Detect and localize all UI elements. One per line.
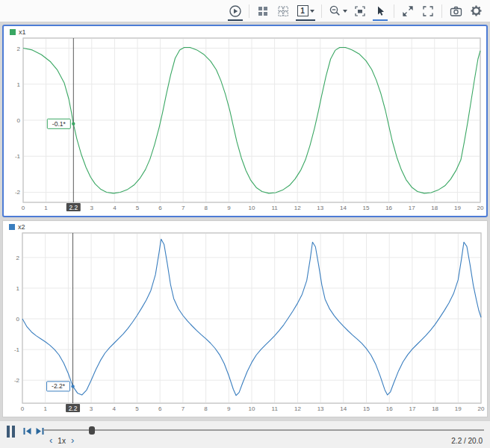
- layout-grid-button[interactable]: [253, 1, 273, 21]
- expand-button[interactable]: [398, 1, 418, 21]
- display-count-icon: 1: [297, 5, 308, 16]
- svg-text:20: 20: [478, 405, 485, 412]
- svg-text:12: 12: [294, 205, 301, 211]
- svg-text:-2: -2: [15, 189, 21, 196]
- svg-text:11: 11: [272, 405, 279, 412]
- snapshot-button[interactable]: [446, 1, 465, 21]
- zoom-out-icon: [329, 4, 341, 17]
- legend-label-x1: x1: [19, 28, 26, 36]
- svg-text:0: 0: [17, 117, 21, 124]
- toolbar-separator: [321, 4, 322, 18]
- speed-label: 1x: [58, 437, 66, 445]
- toolbar-separator: [394, 4, 394, 18]
- run-icon: [229, 4, 242, 18]
- svg-text:17: 17: [409, 205, 415, 211]
- svg-text:10: 10: [249, 205, 255, 211]
- pause-icon: [12, 426, 15, 438]
- timeline-track[interactable]: [43, 429, 484, 431]
- svg-text:1: 1: [43, 405, 47, 412]
- svg-text:-1: -1: [14, 346, 20, 353]
- svg-text:7: 7: [182, 405, 185, 412]
- fullscreen-button[interactable]: [418, 1, 438, 21]
- svg-text:18: 18: [431, 205, 438, 211]
- fullscreen-icon: [422, 5, 434, 17]
- timeline-thumb[interactable]: [89, 426, 95, 435]
- camera-icon: [450, 5, 462, 17]
- timeline-slider[interactable]: [43, 426, 484, 435]
- svg-text:-2: -2: [14, 377, 20, 384]
- legend-x2[interactable]: x2: [9, 223, 25, 231]
- svg-text:14: 14: [340, 205, 347, 211]
- svg-text:15: 15: [363, 205, 370, 211]
- svg-text:10: 10: [249, 405, 255, 412]
- speed-up-button[interactable]: ›: [71, 436, 74, 445]
- layout-grid-icon: [257, 5, 269, 17]
- svg-text:4: 4: [113, 205, 117, 211]
- svg-text:0: 0: [22, 205, 25, 211]
- step-back-button[interactable]: [22, 427, 32, 435]
- speed-controls: ‹ 1x ›: [49, 436, 74, 445]
- pause-icon: [7, 426, 10, 438]
- zoom-out-button[interactable]: [326, 1, 350, 21]
- fit-to-view-button[interactable]: [350, 1, 370, 21]
- legend-x1[interactable]: x1: [10, 28, 26, 36]
- svg-text:2: 2: [17, 46, 21, 52]
- svg-text:9: 9: [227, 405, 231, 412]
- fit-to-view-icon: [354, 5, 366, 17]
- svg-text:20: 20: [477, 205, 484, 211]
- playback-bar: ‹ 1x › 2.2 / 20.0: [0, 420, 490, 448]
- svg-text:1: 1: [17, 81, 21, 88]
- svg-text:19: 19: [454, 205, 461, 211]
- display-count-button[interactable]: 1: [294, 1, 317, 21]
- gear-icon: [470, 4, 483, 17]
- svg-text:17: 17: [409, 405, 415, 412]
- edit-layout-button[interactable]: [273, 1, 293, 21]
- dropdown-caret-icon: [343, 10, 347, 13]
- svg-text:-0.1*: -0.1*: [52, 120, 66, 128]
- plot-x1[interactable]: -2-101201234567891011121314151617181920-…: [4, 26, 486, 216]
- step-controls: [22, 427, 45, 435]
- toolbar-separator: [441, 4, 442, 18]
- signal-panel-x2[interactable]: x2 -2-1012012345678910111213141516171819…: [2, 220, 488, 417]
- pointer-icon: [374, 5, 386, 17]
- pause-button[interactable]: [7, 426, 15, 438]
- svg-text:18: 18: [432, 405, 438, 412]
- svg-text:12: 12: [294, 405, 301, 412]
- svg-text:1: 1: [16, 285, 20, 292]
- svg-text:5: 5: [136, 205, 140, 211]
- svg-text:14: 14: [340, 405, 347, 412]
- svg-text:15: 15: [363, 405, 370, 412]
- legend-swatch-x2: [9, 224, 15, 230]
- plot-x2[interactable]: -2-101201234567891011121314151617181920-…: [3, 221, 487, 417]
- svg-text:6: 6: [158, 205, 162, 211]
- svg-text:-1: -1: [15, 153, 21, 160]
- svg-text:0: 0: [21, 405, 25, 412]
- expand-icon: [402, 5, 414, 17]
- svg-text:3: 3: [90, 405, 93, 412]
- legend-swatch-x1: [10, 29, 16, 35]
- settings-button[interactable]: [466, 1, 486, 21]
- svg-text:9: 9: [227, 205, 231, 211]
- svg-text:8: 8: [205, 205, 208, 211]
- run-button[interactable]: [226, 1, 245, 21]
- svg-text:0: 0: [16, 316, 20, 323]
- svg-text:16: 16: [385, 205, 392, 211]
- svg-text:11: 11: [271, 205, 278, 211]
- svg-text:7: 7: [182, 205, 185, 211]
- edit-layout-icon: [277, 5, 289, 17]
- svg-text:2: 2: [16, 255, 20, 261]
- svg-text:4: 4: [113, 405, 117, 412]
- dropdown-caret-icon: [310, 10, 314, 13]
- svg-text:19: 19: [455, 405, 462, 412]
- speed-down-button[interactable]: ‹: [49, 436, 52, 445]
- signal-panel-x1[interactable]: x1 -2-1012012345678910111213141516171819…: [2, 25, 488, 217]
- step-back-icon: [22, 427, 32, 435]
- svg-text:-2.2*: -2.2*: [52, 382, 66, 390]
- svg-text:13: 13: [317, 205, 323, 211]
- svg-text:8: 8: [204, 405, 208, 412]
- svg-text:13: 13: [317, 405, 324, 412]
- svg-text:6: 6: [158, 405, 162, 412]
- toolbar-separator: [249, 4, 249, 18]
- svg-text:1: 1: [44, 205, 48, 211]
- pointer-tool-button[interactable]: [370, 1, 390, 21]
